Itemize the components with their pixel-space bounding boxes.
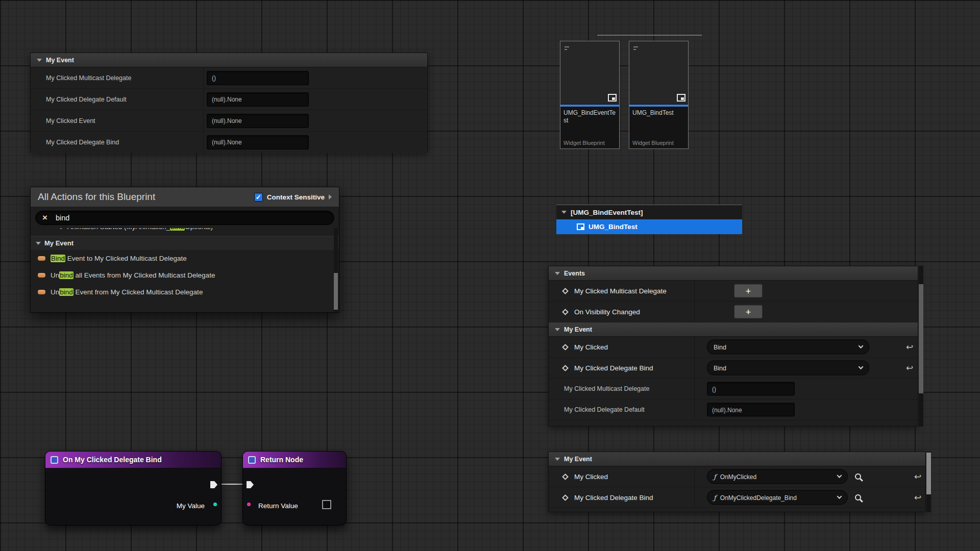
property-label: My Clicked Multicast Delegate [564,385,649,392]
reset-to-default-icon[interactable]: ↩ [906,342,913,353]
chevron-down-icon [837,494,842,499]
column-divider [203,89,204,110]
event-label: My Clicked [574,473,608,481]
scrollbar-thumb[interactable] [334,273,338,310]
bind-dropdown[interactable]: Bind [707,361,869,375]
scrollbar-thumb[interactable] [926,453,931,494]
actions-list: Animation Started (MyAnimation_BindOptio… [31,228,339,312]
actions-search-row: × bind [31,207,339,228]
reset-to-default-icon[interactable]: ↩ [914,471,921,482]
expand-options-icon[interactable] [329,194,332,199]
column-divider [694,337,695,357]
scrollbar-thumb[interactable] [919,284,923,393]
action-item-unbind-event[interactable]: Unbind Event from My Clicked Multicast D… [31,284,339,300]
search-value: bind [56,214,69,222]
bool-input-pin[interactable] [247,503,251,506]
widget-blueprint-icon [577,223,584,230]
category-title: My Event [46,57,74,64]
column-divider [694,379,695,399]
property-value-input[interactable]: (null).None [707,403,795,417]
search-icon[interactable] [855,473,861,480]
property-value-input[interactable]: () [707,382,795,396]
event-icon [562,473,569,480]
thumbnail-text-lines [633,46,638,47]
node-title: On My Clicked Delegate Bind [63,456,162,464]
property-row: My Clicked Delegate Default (null).None [549,399,918,420]
thumbnail-text-lines [565,49,567,50]
collapse-arrow-icon [555,272,560,275]
asset-tile-umg-bindtest[interactable]: UMG_BindTest Widget Blueprint [629,41,689,149]
search-input[interactable]: × bind [35,211,334,225]
check-icon: ✓ [256,193,261,201]
node-on-my-clicked-delegate-bind[interactable]: On My Clicked Delegate Bind My Value [45,451,222,525]
context-sensitive-checkbox[interactable]: ✓ [254,193,263,202]
collapse-arrow-icon [37,59,42,62]
actions-scrollbar[interactable] [334,228,338,312]
category-header-my-event[interactable]: My Event [549,452,925,466]
asset-type: Widget Blueprint [632,140,685,146]
add-event-button[interactable]: + [734,305,763,319]
exec-input-pin[interactable] [246,481,254,489]
property-label: My Clicked Multicast Delegate [46,74,131,82]
hierarchy-selected-row[interactable]: UMG_BindTest [556,219,742,234]
widget-blueprint-icon [608,94,617,102]
exec-output-pin[interactable] [210,481,218,489]
event-label: My Clicked Delegate Bind [574,364,653,372]
node-header[interactable]: Return Node [243,452,346,468]
event-icon [562,344,569,350]
bound-events-scrollbar[interactable] [926,452,931,512]
bound-function-dropdown[interactable]: ƒ OnMyClicked [707,469,848,484]
event-label: My Clicked Delegate Bind [574,494,653,502]
node-return-node[interactable]: Return Node Return Value [242,451,347,525]
column-divider [203,110,204,131]
add-event-button[interactable]: + [734,284,763,298]
node-title: Return Node [260,456,303,464]
property-value-input[interactable]: (null).None [207,135,309,149]
action-item-text: Animation Started (MyAnimation_BindOptio… [67,228,213,231]
category-title: Events [564,270,585,277]
column-divider [694,466,695,487]
chevron-down-icon [859,364,864,369]
property-row: My Clicked Delegate Bind (null).None [31,132,427,153]
event-label: On Visibility Changed [574,308,640,316]
action-item-clipped[interactable]: Animation Started (MyAnimation_BindOptio… [31,228,339,236]
asset-name: UMG_BindEventTest [564,109,616,124]
asset-thumbnail [560,41,619,105]
event-icon [562,309,569,315]
clear-search-icon[interactable]: × [42,213,47,222]
hierarchy-root-row[interactable]: [UMG_BindEventTest] [556,205,742,219]
asset-type: Widget Blueprint [564,140,616,146]
category-header-my-event[interactable]: My Event [549,322,918,337]
asset-label: UMG_BindEventTest Widget Blueprint [560,107,619,148]
action-item-bind-event[interactable]: Bind Event to My Clicked Multicast Deleg… [31,250,339,267]
node-header[interactable]: On My Clicked Delegate Bind [45,452,221,468]
reset-to-default-icon[interactable]: ↩ [914,492,921,503]
event-icon [59,228,64,229]
delegate-icon [38,256,45,261]
action-item-unbind-all[interactable]: Unbind all Events from My Clicked Multic… [31,267,339,284]
output-pin-label: My Value [177,502,205,510]
delegate-output-pin[interactable] [213,503,217,506]
hierarchy-root-label: [UMG_BindEventTest] [571,209,643,216]
property-value-input[interactable]: (null).None [207,92,309,107]
property-value-input[interactable]: () [207,71,309,85]
category-header-my-event[interactable]: My Event [31,53,427,67]
chevron-down-icon [859,343,864,348]
content-browser-divider [597,35,702,36]
bound-function-dropdown[interactable]: ƒ OnMyClickedDelegate_Bind [707,490,848,505]
event-icon [562,288,569,294]
asset-name: UMG_BindTest [632,109,685,117]
details-scrollbar[interactable] [919,266,923,427]
property-value-input[interactable]: (null).None [207,114,309,128]
asset-tile-umg-bindeventtest[interactable]: UMG_BindEventTest Widget Blueprint [560,41,620,149]
reset-to-default-icon[interactable]: ↩ [906,363,913,373]
bool-default-checkbox[interactable] [322,500,331,509]
category-title: My Event [564,456,592,463]
widget-hierarchy-panel: [UMG_BindEventTest] UMG_BindTest [556,205,742,234]
bind-dropdown[interactable]: Bind [707,340,869,355]
actions-category-my-event[interactable]: My Event [31,236,339,250]
events-details-panel: Events My Clicked Multicast Delegate + O… [548,266,918,427]
search-icon[interactable] [855,494,861,500]
category-header-events[interactable]: Events [549,266,918,281]
collapse-arrow-icon [555,328,560,331]
